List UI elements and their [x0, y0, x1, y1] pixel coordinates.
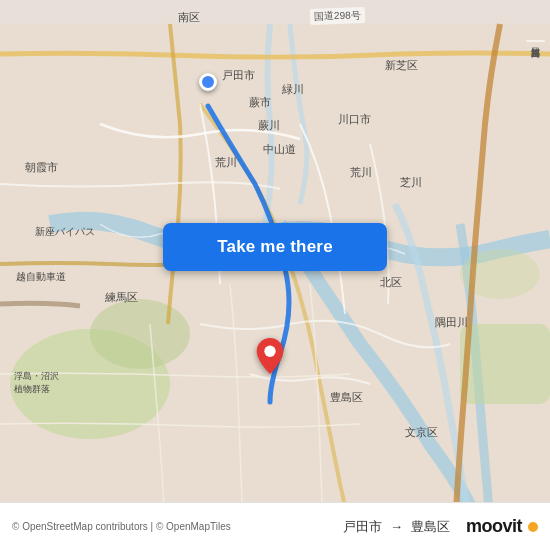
arrow-separator: → — [390, 519, 403, 534]
moovit-brand: moovit — [466, 516, 522, 537]
map-background — [0, 0, 550, 550]
moovit-logo: moovit — [466, 516, 538, 537]
origin-marker — [199, 73, 217, 91]
take-me-there-button[interactable]: Take me there — [163, 223, 387, 271]
road-label-298: 国道298号 — [310, 7, 365, 25]
svg-rect-3 — [460, 324, 550, 404]
moovit-dot — [528, 522, 538, 532]
bottom-bar: © OpenStreetMap contributors | © OpenMap… — [0, 502, 550, 550]
destination-city-label: 豊島区 — [411, 518, 450, 536]
attribution: © OpenStreetMap contributors | © OpenMap… — [12, 521, 231, 532]
svg-point-2 — [90, 299, 190, 369]
destination-marker — [256, 338, 284, 378]
breadcrumb-bar: 戸田市 → 豊島区 moovit — [343, 516, 538, 537]
map-container: 南区 戸田市 蕨市 緑川 新芝区 川口市 荒川 荒川 芝川 朝霞市 蕨川 中山道… — [0, 0, 550, 550]
origin-city-label: 戸田市 — [343, 518, 382, 536]
road-label-shuto: 首都高速川口線 — [526, 40, 545, 42]
svg-point-5 — [264, 346, 275, 357]
